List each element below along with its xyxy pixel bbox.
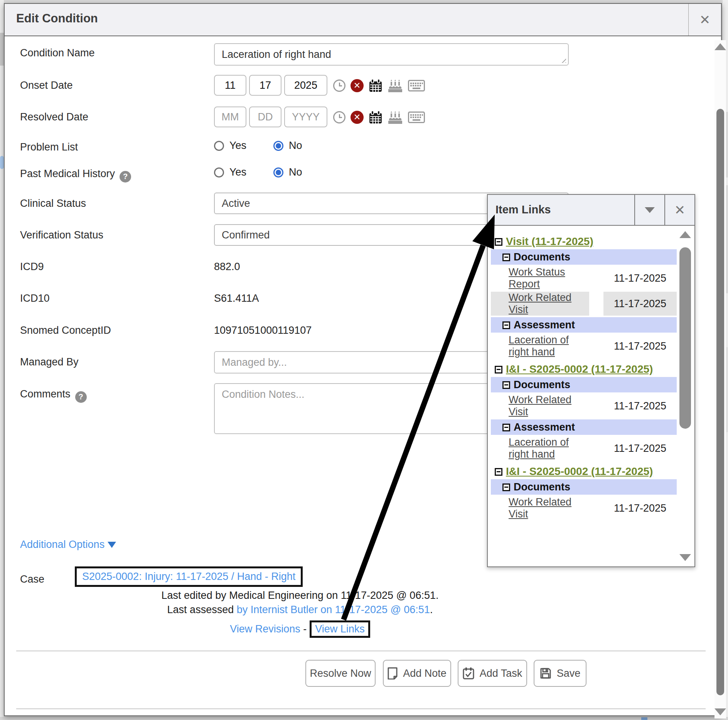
scroll-up-icon[interactable] — [679, 231, 691, 238]
scroll-down-icon[interactable] — [679, 554, 691, 561]
time-icon[interactable] — [333, 79, 345, 92]
problem-list-radio-group: Yes No — [214, 140, 302, 152]
pmh-no-radio[interactable] — [273, 167, 283, 177]
onset-month-input[interactable]: 11 — [214, 75, 246, 96]
item-link[interactable]: Work Related Visit — [509, 292, 589, 316]
pmh-yes-radio[interactable] — [214, 167, 224, 177]
item-links-panel: Item Links ✕ Visit (11-17-2025)Documents… — [487, 194, 695, 567]
item-links-collapse-button[interactable] — [634, 195, 664, 225]
help-icon[interactable]: ? — [75, 391, 87, 403]
group-link[interactable]: I&I - S2025-0002 (11-17-2025) — [506, 465, 653, 477]
last-edited-line: Last edited by Medical Engineering on 11… — [11, 590, 589, 602]
item-links-section-row: Assessment — [491, 317, 677, 333]
keyboard-icon[interactable] — [408, 112, 425, 123]
calendar-icon[interactable] — [369, 110, 383, 124]
collapse-minus-icon[interactable] — [502, 254, 510, 261]
collapse-minus-icon[interactable] — [495, 366, 502, 374]
item-date: 11-17-2025 — [603, 436, 677, 460]
view-links-line: View Revisions -View Links — [11, 620, 589, 638]
resolved-month-input[interactable]: MM — [214, 106, 246, 127]
view-revisions-link[interactable]: View Revisions — [230, 623, 300, 635]
problem-list-yes-radio[interactable] — [214, 141, 224, 151]
item-links-group-row: I&I - S2025-0002 (11-17-2025) — [491, 464, 677, 478]
dialog-scrollbar[interactable] — [715, 40, 726, 718]
scrollbar-thumb[interactable] — [716, 109, 724, 695]
birthday-icon[interactable] — [388, 79, 403, 93]
screen: { "modal": { "title": "Edit Condition", … — [0, 0, 728, 720]
case-link[interactable]: S2025-0002: Injury: 11-17-2025 / Hand - … — [82, 571, 295, 582]
onset-year-input[interactable]: 2025 — [284, 75, 327, 96]
resolved-day-input[interactable]: DD — [249, 106, 281, 127]
pmh-no-label: No — [289, 166, 302, 178]
section-label: Documents — [514, 481, 570, 493]
onset-day-input[interactable]: 17 — [249, 75, 281, 96]
item-link[interactable]: Laceration of right hand — [509, 334, 589, 358]
keyboard-icon[interactable] — [408, 80, 425, 91]
group-link[interactable]: Visit (11-17-2025) — [506, 235, 593, 247]
resolved-date-label: Resolved Date — [20, 111, 88, 123]
resolve-now-button[interactable]: Resolve Now — [305, 660, 376, 687]
additional-options-label: Additional Options — [20, 539, 104, 550]
dialog-close-button[interactable]: ✕ — [688, 4, 721, 35]
item-link[interactable]: Work Related Visit — [509, 496, 589, 520]
scroll-down-icon[interactable] — [715, 708, 726, 715]
last-assessed-link[interactable]: by Internist Butler on 11-17-2025 @ 06:5… — [237, 604, 430, 615]
collapse-minus-icon[interactable] — [502, 321, 510, 329]
item-link-row: Laceration of right hand11-17-2025 — [491, 436, 677, 461]
clear-date-icon[interactable]: ✕ — [351, 111, 364, 124]
item-links-section-row: Documents — [491, 249, 677, 265]
view-links-highlight-box: View Links — [310, 620, 370, 638]
managed-by-label: Managed By — [20, 356, 79, 368]
item-link[interactable]: Work Related Visit — [509, 394, 589, 418]
item-links-title: Item Links — [495, 203, 551, 216]
add-note-button[interactable]: Add Note — [383, 660, 451, 687]
verification-status-label: Verification Status — [20, 229, 103, 241]
scroll-up-icon[interactable] — [715, 43, 726, 50]
background-page-left — [0, 0, 4, 720]
close-icon: ✕ — [674, 203, 686, 216]
collapse-minus-icon[interactable] — [502, 381, 510, 389]
past-medical-history-label-text: Past Medical History — [20, 168, 115, 179]
snomed-value: 10971051000119107 — [214, 325, 312, 336]
resolved-year-input[interactable]: YYYY — [284, 106, 327, 127]
clinical-status-value: Active — [222, 198, 250, 210]
collapse-minus-icon[interactable] — [502, 424, 510, 431]
icd9-label: ICD9 — [20, 261, 44, 273]
divider — [16, 708, 706, 709]
case-label: Case — [20, 573, 44, 585]
last-assessed-line: Last assessed by Internist Butler on 11-… — [11, 604, 589, 616]
birthday-icon[interactable] — [388, 110, 403, 124]
icd10-value: S61.411A — [214, 292, 259, 304]
condition-name-input[interactable]: Laceration of right hand — [214, 43, 569, 66]
item-links-close-button[interactable]: ✕ — [664, 195, 694, 225]
help-icon[interactable]: ? — [120, 171, 131, 183]
view-links-link[interactable]: View Links — [315, 623, 365, 635]
past-medical-history-label: Past Medical History? — [20, 168, 131, 183]
save-button[interactable]: Save — [534, 660, 586, 687]
item-links-scrollbar[interactable] — [678, 228, 693, 564]
resize-grip-icon[interactable] — [561, 58, 566, 63]
additional-options-toggle[interactable]: Additional Options — [20, 539, 116, 551]
item-date: 11-17-2025 — [603, 292, 677, 316]
case-link-highlight-box: S2025-0002: Injury: 11-17-2025 / Hand - … — [75, 566, 303, 587]
item-link[interactable]: Work Status Report — [509, 266, 589, 290]
resolve-now-label: Resolve Now — [310, 668, 371, 679]
collapse-minus-icon[interactable] — [495, 468, 502, 476]
time-icon[interactable] — [333, 111, 345, 123]
calendar-icon[interactable] — [369, 79, 383, 93]
item-links-section-row: Documents — [491, 479, 677, 495]
item-links-group-row: I&I - S2025-0002 (11-17-2025) — [491, 362, 677, 376]
scrollbar-thumb[interactable] — [679, 247, 691, 429]
comments-label-text: Comments — [20, 388, 71, 400]
section-label: Assessment — [514, 319, 575, 331]
item-link[interactable]: Laceration of right hand — [509, 436, 589, 460]
clear-date-icon[interactable]: ✕ — [351, 79, 364, 92]
group-link[interactable]: I&I - S2025-0002 (11-17-2025) — [506, 363, 653, 375]
collapse-minus-icon[interactable] — [495, 238, 502, 246]
item-date: 11-17-2025 — [603, 496, 677, 520]
add-task-button[interactable]: Add Task — [458, 660, 527, 687]
collapse-minus-icon[interactable] — [502, 483, 510, 491]
item-links-header: Item Links ✕ — [488, 195, 694, 226]
problem-list-label: Problem List — [20, 141, 78, 153]
problem-list-no-radio[interactable] — [273, 141, 283, 151]
